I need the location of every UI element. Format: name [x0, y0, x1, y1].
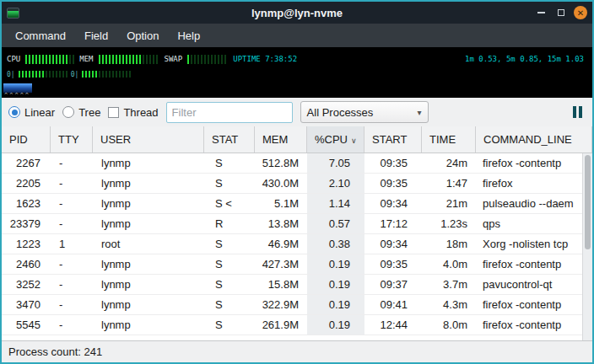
app-window: lynmp@lyn-nvme ✕ Command Field Option He… — [0, 0, 594, 364]
cell-tty: - — [51, 174, 93, 193]
linear-radio-group[interactable]: Linear — [8, 106, 55, 119]
table-row[interactable]: 2205-lynmpS430.0M2.1009:351:47firefox — [2, 174, 592, 194]
load-average-text: 1m 0.53, 5m 0.85, 15m 1.03 — [465, 55, 587, 63]
swap-meter — [187, 55, 228, 64]
menubar: Command Field Option Help — [2, 24, 592, 47]
table-row[interactable]: 2267-lynmpS512.8M7.0509:3524mfirefox -co… — [2, 153, 592, 174]
cell-start: 09:35 — [364, 254, 422, 274]
column-header-cpu[interactable]: %CPU∨ — [307, 126, 364, 153]
column-header-mem[interactable]: MEM — [255, 126, 307, 153]
cell-pid: 2460 — [2, 254, 51, 274]
column-label: COMMAND_LINE — [483, 133, 572, 146]
cell-mem: 13.8M — [255, 214, 307, 233]
table-row[interactable]: 3470-lynmpS322.9M0.1909:414.3mfirefox -c… — [2, 295, 592, 315]
cell-tty: - — [51, 153, 93, 173]
cell-command-line: Xorg -nolisten tcp — [476, 234, 592, 254]
table-row[interactable]: 2460-lynmpS427.3M0.1909:354.0mfirefox -c… — [2, 254, 592, 275]
menu-command[interactable]: Command — [7, 27, 74, 45]
titlebar[interactable]: lynmp@lyn-nvme ✕ — [2, 2, 592, 24]
cell-mem: 430.0M — [255, 174, 307, 193]
cell-mem: 46.9M — [255, 234, 307, 254]
tree-radio-group[interactable]: Tree — [62, 106, 100, 119]
cell-user: lynmp — [93, 275, 204, 294]
column-label: TTY — [58, 133, 79, 146]
table-row[interactable]: 12231rootS46.9M0.3809:3418mXorg -noliste… — [2, 234, 592, 254]
minimize-button[interactable] — [533, 5, 548, 20]
cell-user: lynmp — [93, 153, 204, 173]
column-header-pid[interactable]: PID — [2, 126, 51, 153]
cell-pid: 23379 — [2, 214, 51, 233]
cell-stat: S — [204, 315, 255, 335]
table-header: PIDTTYUSERSTATMEM%CPU∨STARTTIMECOMMAND_L… — [2, 126, 592, 153]
column-header-command-line[interactable]: COMMAND_LINE — [476, 126, 592, 153]
cell-time: 3.7m — [422, 275, 476, 294]
thread-checkbox-group[interactable]: Thread — [108, 106, 158, 119]
cell-cpu: 0.19 — [307, 254, 364, 274]
table-row[interactable]: 5545-lynmpS261.9M0.1912:448.0mfirefox -c… — [2, 315, 592, 335]
cell-user: lynmp — [93, 254, 204, 274]
cell-tty: - — [51, 194, 93, 213]
close-icon: ✕ — [577, 8, 584, 18]
cell-tty: 1 — [51, 234, 93, 254]
cell-command-line: firefox -contentp — [476, 153, 592, 173]
cell-tty: - — [51, 275, 93, 294]
column-header-tty[interactable]: TTY — [51, 126, 93, 153]
cell-start: 09:35 — [364, 174, 422, 193]
tree-radio[interactable] — [62, 106, 74, 118]
cell-stat: S — [204, 275, 255, 294]
table-row[interactable]: 3252-lynmpS15.8M0.1909:373.7mpavucontrol… — [2, 275, 592, 295]
app-icon — [7, 8, 19, 19]
cell-pid: 3252 — [2, 275, 51, 294]
cell-user: lynmp — [93, 295, 204, 314]
cell-pid: 2267 — [2, 153, 51, 173]
cell-time: 4.3m — [422, 295, 476, 314]
vertical-scrollbar[interactable] — [582, 153, 592, 340]
cell-user: lynmp — [93, 174, 204, 193]
cell-start: 09:41 — [364, 295, 422, 314]
cell-command-line: pulseaudio --daem — [476, 194, 592, 213]
scale-tick: 0| — [71, 71, 79, 78]
thread-checkbox[interactable] — [108, 107, 119, 118]
menu-help[interactable]: Help — [169, 27, 208, 45]
core1-meter — [19, 71, 68, 78]
cell-command-line: firefox -contentp — [476, 315, 592, 335]
linear-radio[interactable] — [8, 106, 20, 118]
cell-user: lynmp — [93, 214, 204, 233]
column-label: MEM — [262, 133, 288, 146]
process-scope-value: All Processes — [307, 106, 374, 119]
pause-button[interactable] — [570, 104, 586, 120]
table-row[interactable]: 23379-lynmpR13.8M0.5717:121.23sqps — [2, 214, 592, 234]
cell-start: 17:12 — [364, 214, 422, 233]
cell-cpu: 7.05 — [307, 153, 364, 173]
cell-user: lynmp — [93, 194, 204, 213]
cell-pid: 2205 — [2, 174, 51, 193]
column-header-user[interactable]: USER — [93, 126, 204, 153]
column-header-stat[interactable]: STAT — [204, 126, 255, 153]
column-header-time[interactable]: TIME — [422, 126, 476, 153]
column-header-start[interactable]: START — [364, 126, 422, 153]
cell-stat: S — [204, 295, 255, 314]
graph-tick-marks: ^^^^^ — [4, 93, 30, 99]
cell-stat: S — [204, 174, 255, 193]
column-label: PID — [9, 133, 28, 146]
cell-start: 09:37 — [364, 275, 422, 294]
history-graph-strip[interactable]: ^^^^^ — [2, 83, 592, 98]
menu-option[interactable]: Option — [118, 27, 167, 45]
cell-command-line: firefox — [476, 174, 592, 193]
cell-start: 09:34 — [364, 234, 422, 254]
monitor-row-cores: 0| 0| — [7, 68, 587, 80]
cell-command-line: firefox -contentp — [476, 254, 592, 274]
tree-radio-label: Tree — [78, 106, 100, 119]
table-row[interactable]: 1623-lynmpS <5.1M1.1409:3421mpulseaudio … — [2, 194, 592, 214]
filter-input[interactable] — [166, 102, 293, 123]
scrollbar-thumb[interactable] — [585, 155, 591, 249]
process-scope-select[interactable]: All Processes ▾ — [300, 101, 429, 123]
close-button[interactable]: ✕ — [574, 6, 587, 19]
maximize-button[interactable] — [554, 5, 569, 20]
window-title: lynmp@lyn-nvme — [2, 7, 592, 19]
cell-pid: 5545 — [2, 315, 51, 335]
cell-stat: S — [204, 254, 255, 274]
menu-field[interactable]: Field — [76, 27, 116, 45]
cell-mem: 5.1M — [255, 194, 307, 213]
cell-mem: 322.9M — [255, 295, 307, 314]
